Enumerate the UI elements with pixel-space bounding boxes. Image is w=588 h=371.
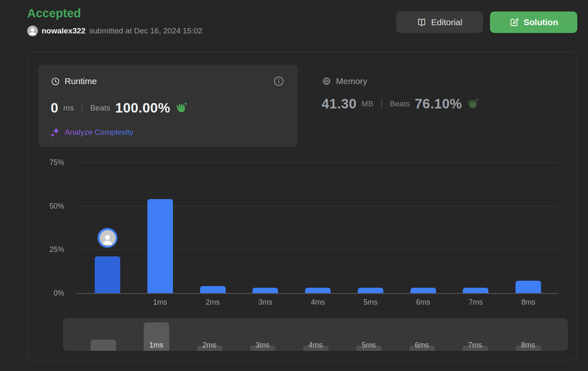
x-axis-tick-label: 5ms (352, 298, 389, 307)
chart-bar-6ms[interactable] (411, 288, 436, 293)
minimap-tick-label: 7ms (468, 341, 482, 350)
chart-gridline (77, 293, 558, 294)
submission-detail-card: Runtime 0 ms Beats 100.00% (27, 52, 577, 360)
user-avatar (27, 26, 38, 36)
chart-gridline (77, 162, 558, 163)
x-axis-tick-label: 3ms (247, 298, 284, 307)
solution-button-label: Solution (524, 17, 558, 27)
chart-bar-2ms[interactable] (200, 286, 226, 293)
edit-pen-icon (509, 17, 519, 27)
chart-minimap-brush[interactable]: 1ms2ms3ms4ms5ms6ms7ms8ms (63, 318, 568, 351)
x-axis-tick-label: 4ms (299, 298, 336, 307)
username[interactable]: nowalex322 (42, 26, 86, 35)
user-avatar (100, 230, 116, 246)
chart-bar-7ms[interactable] (463, 288, 488, 293)
x-axis-tick-label: 7ms (457, 298, 494, 307)
solution-button[interactable]: Solution (490, 12, 577, 33)
minimap-tick-label: 5ms (362, 341, 376, 350)
runtime-distribution-chart: 0%25%50%75%1ms2ms3ms4ms5ms6ms7ms8ms (28, 52, 577, 360)
minimap-tick-label: 1ms (149, 341, 163, 350)
minimap-bar-0ms (91, 340, 116, 351)
person-icon (27, 26, 38, 36)
person-icon (100, 232, 114, 246)
x-axis-tick-label: 2ms (194, 298, 231, 307)
minimap-tick-label: 8ms (521, 341, 535, 350)
result-header: Accepted nowalex322 submitted at Dec 16,… (27, 7, 577, 36)
chart-bar-8ms[interactable] (516, 281, 541, 293)
minimap-tick-label: 4ms (308, 341, 322, 350)
book-icon (417, 17, 427, 27)
minimap-tick-label: 2ms (202, 341, 216, 350)
chart-bar-1ms[interactable] (147, 199, 173, 293)
minimap-tick-label: 3ms (255, 341, 269, 350)
editorial-button[interactable]: Editorial (396, 12, 483, 33)
y-axis-tick-label: 50% (40, 202, 64, 210)
x-axis-tick-label: 8ms (510, 298, 547, 307)
editorial-button-label: Editorial (431, 17, 462, 27)
submitted-at-text: submitted at Dec 16, 2024 15:02 (89, 26, 203, 35)
x-axis-tick-label: 6ms (405, 298, 442, 307)
user-position-marker (98, 228, 117, 248)
x-axis-tick-label: 1ms (142, 298, 179, 307)
y-axis-tick-label: 0% (40, 289, 64, 298)
minimap-tick-label: 6ms (415, 341, 429, 350)
y-axis-tick-label: 75% (40, 158, 64, 167)
chart-bar-0ms[interactable] (95, 256, 120, 293)
chart-bar-3ms[interactable] (252, 288, 278, 293)
chart-bar-5ms[interactable] (358, 288, 383, 293)
chart-bar-4ms[interactable] (305, 288, 331, 293)
y-axis-tick-label: 25% (40, 245, 64, 254)
